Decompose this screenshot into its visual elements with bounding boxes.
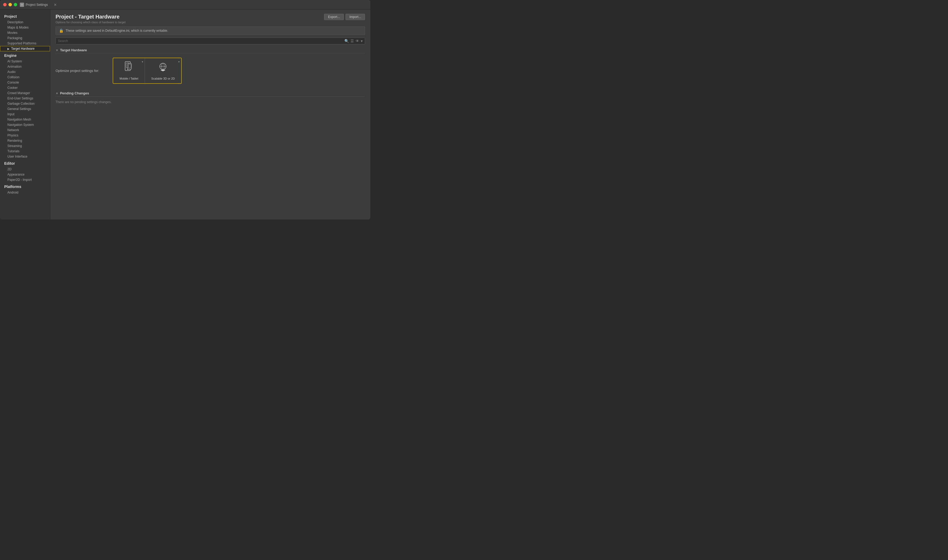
sidebar-item-animation[interactable]: Animation [0,64,50,69]
pending-changes-title: Pending Changes [60,91,89,95]
sidebar-item-label: Animation [8,65,22,68]
project-section-header: Project [0,12,50,20]
sidebar: Project Description Maps & Modes Movies … [0,9,50,220]
scalable-dropdown-icon[interactable]: ▾ [178,60,180,63]
close-button[interactable] [3,3,7,6]
sidebar-item-label: Android [8,191,18,194]
sidebar-item-label: General Settings [8,107,31,111]
sidebar-item-label: Audio [8,70,15,74]
page-title: Project - Target Hardware [55,14,126,20]
list-view-icon[interactable]: ☰ [351,39,354,43]
sidebar-item-input[interactable]: Input [0,112,50,117]
sidebar-item-label: Target Hardware [11,47,35,51]
section-collapse-icon[interactable]: ▼ [55,49,58,52]
sidebar-item-paper2d-import[interactable]: Paper2D - Import [0,177,50,182]
sidebar-item-streaming[interactable]: Streaming [0,143,50,149]
sidebar-item-garbage-collection[interactable]: Garbage Collection [0,101,50,106]
sidebar-item-user-interface[interactable]: User Interface [0,154,50,159]
content-header: Project - Target Hardware Options for ch… [50,9,370,26]
sidebar-item-2d[interactable]: 2D [0,166,50,172]
target-hardware-section: ▼ Target Hardware Optimize project setti… [55,47,365,86]
hardware-buttons: ▾ Mobil [113,58,182,84]
sidebar-item-end-user-settings[interactable]: End-User Settings [0,96,50,101]
sidebar-item-cooker[interactable]: Cooker [0,85,50,91]
sidebar-item-label: Cooker [8,86,18,90]
sidebar-item-label: Crowd Manager [8,91,30,95]
sidebar-item-rendering[interactable]: Rendering [0,138,50,143]
optimize-label: Optimize project settings for: [55,69,108,73]
svg-rect-8 [161,70,165,71]
sidebar-item-navigation-mesh[interactable]: Navigation Mesh [0,117,50,122]
mobile-tablet-label: Mobile / Tablet [120,77,139,80]
page-subtitle: Options for choosing which class of hard… [55,21,126,24]
info-message: These settings are saved in DefaultEngin… [66,29,168,32]
sidebar-item-label: User Interface [8,155,27,158]
sidebar-item-ai-system[interactable]: AI System [0,59,50,64]
sidebar-item-label: Paper2D - Import [8,178,32,182]
sidebar-item-tutorials[interactable]: Tutorials [0,149,50,154]
sidebar-item-collision[interactable]: Collision [0,75,50,80]
sidebar-item-supported-platforms[interactable]: Supported Platforms [0,41,50,46]
pending-changes-section: ▼ Pending Changes There are no pending s… [55,90,365,106]
sidebar-item-label: Description [8,20,23,24]
pending-section-collapse-icon[interactable]: ▼ [55,92,58,95]
info-bar: 🔒 These settings are saved in DefaultEng… [55,26,365,35]
pending-changes-header: ▼ Pending Changes [55,90,365,97]
search-bar: 🔍 ☰ 👁 ▾ [55,37,365,45]
sidebar-item-label: Collision [8,75,19,79]
dropdown-chevron-icon[interactable]: ▾ [361,39,363,43]
titlebar: ⚙ Project Settings ✕ [0,0,370,9]
search-input[interactable] [58,39,345,43]
mobile-dropdown-icon[interactable]: ▾ [142,60,143,63]
sidebar-item-appearance[interactable]: Appearance [0,172,50,177]
traffic-lights [3,3,17,6]
pending-changes-message: There are no pending settings changes. [55,98,365,106]
import-button[interactable]: Import... [345,14,365,20]
svg-rect-9 [162,71,164,71]
target-hardware-header: ▼ Target Hardware [55,47,365,54]
header-buttons: Export... Import... [324,14,365,20]
engine-section-header: Engine [0,51,50,59]
sidebar-item-network[interactable]: Network [0,128,50,133]
sidebar-item-label: Appearance [8,173,25,176]
tab-close-icon[interactable]: ✕ [54,3,57,7]
scrollable-content: ▼ Target Hardware Optimize project setti… [50,45,370,220]
sidebar-item-general-settings[interactable]: General Settings [0,106,50,112]
optimize-row: Optimize project settings for: ▾ [55,55,365,86]
sidebar-item-label: Maps & Modes [8,26,29,29]
sidebar-item-label: 2D [8,168,11,171]
sidebar-item-audio[interactable]: Audio [0,69,50,75]
sidebar-item-physics[interactable]: Physics [0,133,50,138]
window-title: Project Settings [26,3,48,7]
sidebar-item-label: AI System [8,60,22,63]
sidebar-item-navigation-system[interactable]: Navigation System [0,122,50,128]
scalable-icon [157,62,169,75]
scalable-3d-2d-button[interactable]: ▾ Scala [145,58,181,83]
sidebar-item-description[interactable]: Description [0,20,50,25]
search-magnifier-icon[interactable]: 🔍 [345,39,349,43]
sidebar-item-label: Packaging [8,36,22,40]
sidebar-item-maps-modes[interactable]: Maps & Modes [0,25,50,30]
mobile-tablet-button[interactable]: ▾ Mobil [113,58,145,83]
eye-icon[interactable]: 👁 [356,39,359,43]
sidebar-item-label: Supported Platforms [8,42,36,45]
sidebar-item-movies[interactable]: Movies [0,30,50,35]
sidebar-item-crowd-manager[interactable]: Crowd Manager [0,91,50,96]
export-button[interactable]: Export... [324,14,344,20]
maximize-button[interactable] [14,3,17,6]
minimize-button[interactable] [8,3,12,6]
info-icon: 🔒 [59,29,63,33]
search-icons: 🔍 ☰ 👁 ▾ [345,39,363,43]
sidebar-item-android[interactable]: Android [0,190,50,195]
titlebar-content: ⚙ Project Settings ✕ [20,3,57,7]
arrow-icon: ▶ [8,47,9,50]
target-hardware-title: Target Hardware [60,48,87,52]
sidebar-item-label: Navigation Mesh [8,118,31,122]
window: ⚙ Project Settings ✕ Project Description… [0,0,370,220]
app-icon: ⚙ [20,3,24,7]
sidebar-item-label: Input [8,112,15,116]
sidebar-item-packaging[interactable]: Packaging [0,35,50,41]
sidebar-item-target-hardware[interactable]: ▶ Target Hardware [0,46,50,51]
scalable-3d-2d-label: Scalable 3D or 2D [151,77,175,80]
sidebar-item-console[interactable]: Console [0,80,50,85]
